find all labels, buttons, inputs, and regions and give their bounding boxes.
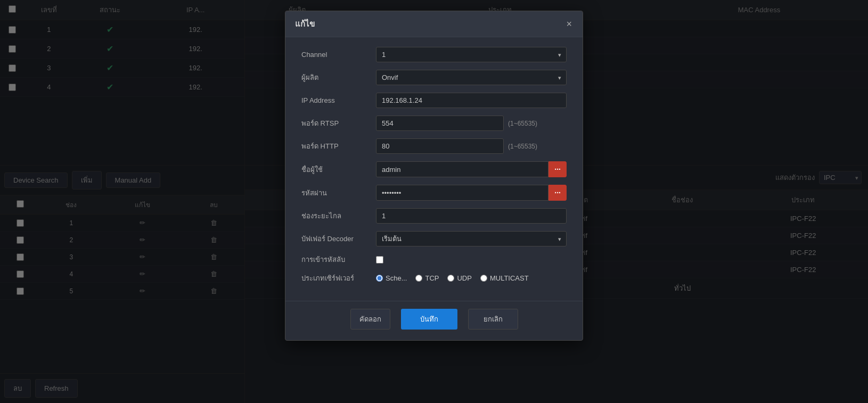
server-type-row: ประเภทเซิร์ฟเวอร์ Sche... TCP UDP	[301, 273, 567, 284]
modal-footer: คัดลอก บันทึก ยกเลิก	[285, 301, 583, 339]
decoder-label: บัฟเฟอร์ Decoder	[301, 233, 376, 244]
radio-sche-input[interactable]	[376, 275, 383, 282]
radio-udp[interactable]: UDP	[447, 274, 471, 282]
channel-row: Channel 1234	[301, 47, 567, 62]
username-row: ชื่อผู้ใช้ ···	[301, 161, 567, 177]
decoder-select[interactable]: เริ่มต้นต่ำกลางสูง	[376, 231, 567, 246]
radio-multicast[interactable]: MULTICAST	[480, 274, 529, 282]
encryption-row: การเข้ารหัสลับ	[301, 254, 567, 265]
modal-header: แก้ไข ×	[285, 11, 583, 37]
radio-sche-label: Sche...	[386, 274, 407, 282]
http-label: พอร์ด HTTP	[301, 141, 376, 152]
http-input[interactable]	[376, 138, 504, 154]
channel-select[interactable]: 1234	[376, 47, 567, 62]
radio-udp-label: UDP	[457, 274, 471, 282]
remote-channel-label: ช่องระยะไกล	[301, 210, 376, 221]
server-type-radio-group: Sche... TCP UDP MULTICAST	[376, 274, 567, 282]
decoder-select-wrap: เริ่มต้นต่ำกลางสูง	[376, 231, 567, 246]
username-label: ชื่อผู้ใช้	[301, 164, 376, 175]
ip-row: IP Address	[301, 93, 567, 108]
password-label: รหัสผ่าน	[301, 187, 376, 199]
cancel-button[interactable]: ยกเลิก	[468, 309, 518, 330]
modal-overlay: แก้ไข × Channel 1234 ผู้ผลิต OnvifDahuaH…	[0, 0, 868, 403]
manufacturer-select[interactable]: OnvifDahuaHikvision	[376, 70, 567, 85]
modal-body: Channel 1234 ผู้ผลิต OnvifDahuaHikvision	[285, 37, 583, 301]
password-input-wrap: ···	[376, 185, 567, 201]
modal-title: แก้ไข	[295, 18, 315, 30]
radio-tcp[interactable]: TCP	[415, 274, 439, 282]
server-type-label: ประเภทเซิร์ฟเวอร์	[301, 273, 376, 284]
password-row: รหัสผ่าน ···	[301, 185, 567, 201]
remote-channel-row: ช่องระยะไกล	[301, 208, 567, 224]
encryption-label: การเข้ารหัสลับ	[301, 254, 376, 265]
ip-label: IP Address	[301, 96, 376, 104]
radio-multicast-input[interactable]	[480, 275, 487, 282]
radio-sche[interactable]: Sche...	[376, 274, 407, 282]
username-input-wrap: ···	[376, 161, 567, 177]
manufacturer-row: ผู้ผลิต OnvifDahuaHikvision	[301, 70, 567, 85]
remote-channel-input[interactable]	[376, 208, 567, 224]
rtsp-hint: (1~65535)	[508, 120, 537, 127]
modal-close-button[interactable]: ×	[565, 19, 573, 29]
ip-input[interactable]	[376, 93, 567, 108]
channel-label: Channel	[301, 51, 376, 59]
radio-tcp-input[interactable]	[415, 275, 422, 282]
username-dots-button[interactable]: ···	[548, 161, 567, 177]
radio-multicast-label: MULTICAST	[490, 274, 529, 282]
rtsp-input[interactable]	[376, 116, 504, 131]
username-input[interactable]	[376, 161, 548, 177]
password-dots-button[interactable]: ···	[548, 185, 567, 201]
copy-button[interactable]: คัดลอก	[350, 309, 390, 330]
password-input[interactable]	[376, 185, 548, 201]
channel-select-wrap: 1234	[376, 47, 567, 62]
radio-tcp-label: TCP	[425, 274, 439, 282]
rtsp-label: พอร์ด RTSP	[301, 118, 376, 129]
http-row: พอร์ด HTTP (1~65535)	[301, 138, 567, 154]
radio-udp-input[interactable]	[447, 275, 454, 282]
http-hint: (1~65535)	[508, 143, 537, 150]
manufacturer-select-wrap: OnvifDahuaHikvision	[376, 70, 567, 85]
modal-dialog: แก้ไข × Channel 1234 ผู้ผลิต OnvifDahuaH…	[285, 11, 583, 341]
rtsp-row: พอร์ด RTSP (1~65535)	[301, 116, 567, 131]
save-button[interactable]: บันทึก	[401, 309, 457, 330]
manufacturer-label: ผู้ผลิต	[301, 72, 376, 83]
decoder-row: บัฟเฟอร์ Decoder เริ่มต้นต่ำกลางสูง	[301, 231, 567, 246]
encryption-checkbox[interactable]	[376, 256, 383, 264]
